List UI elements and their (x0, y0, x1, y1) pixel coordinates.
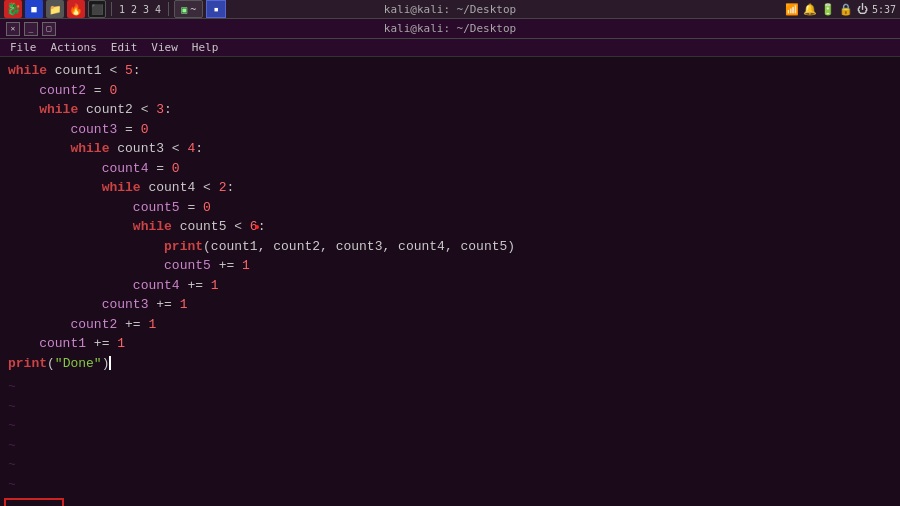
menu-edit[interactable]: Edit (105, 39, 144, 56)
tilde-line-3: ~ (8, 436, 892, 456)
minimize-button[interactable]: _ (24, 22, 38, 36)
menu-actions[interactable]: Actions (45, 39, 103, 56)
maximize-button[interactable]: □ (42, 22, 56, 36)
active-window-button[interactable]: ▣ ~ (174, 0, 203, 18)
editor: while count1 < 5: count2 = 0 while count… (0, 57, 900, 506)
menu-help[interactable]: Help (186, 39, 225, 56)
menubar: File Actions Edit View Help (0, 39, 900, 57)
text-cursor (109, 356, 111, 370)
battery-icon: 🔋 (821, 3, 835, 16)
code-line-3: count3 = 0 (8, 120, 892, 140)
volume-icon: 🔔 (803, 3, 817, 16)
taskbar-right: 📶 🔔 🔋 🔒 ⏻ 5:37 (785, 3, 896, 16)
code-line-2: while count2 < 3: (8, 100, 892, 120)
lock-icon: 🔒 (839, 3, 853, 16)
code-line-5: count4 = 0 (8, 159, 892, 179)
command-bar (0, 494, 900, 506)
taskbar-terminal[interactable]: ⬛ (88, 0, 106, 18)
code-line-1: count2 = 0 (8, 81, 892, 101)
command-input[interactable] (4, 498, 64, 506)
taskbar-left: 🐉 ■ 📁 🔥 ⬛ 1 2 3 4 ▣ ~ ▪ (4, 0, 226, 18)
tilde-line-0: ~ (8, 377, 892, 397)
code-line-9: print(count1, count2, count3, count4, co… (8, 237, 892, 257)
window-titlebar: ✕ _ □ kali@kali: ~/Desktop (0, 19, 900, 39)
red-dot (255, 225, 259, 229)
taskbar-separator (111, 2, 112, 16)
window-title: kali@kali: ~/Desktop (384, 22, 516, 35)
code-line-13: count2 += 1 (8, 315, 892, 335)
taskbar-folder[interactable]: 📁 (46, 0, 64, 18)
code-editor[interactable]: while count1 < 5: count2 = 0 while count… (0, 57, 900, 377)
network-icon: 📶 (785, 3, 799, 16)
code-line-11: count4 += 1 (8, 276, 892, 296)
taskbar-separator2 (168, 2, 169, 16)
menu-file[interactable]: File (4, 39, 43, 56)
workspaces: 1 2 3 4 (117, 4, 163, 15)
tilde-line-1: ~ (8, 397, 892, 417)
active-window-icon: ▣ (181, 4, 187, 15)
taskbar-browser[interactable]: 🔥 (67, 0, 85, 18)
taskbar-blue-window[interactable]: ▪ (206, 0, 226, 18)
active-window-label: ~ (190, 4, 196, 15)
taskbar-title: kali@kali: ~/Desktop (384, 3, 516, 16)
workspace-2[interactable]: 2 (129, 4, 139, 15)
kali-icon[interactable]: 🐉 (4, 0, 22, 18)
terminal-window: ✕ _ □ kali@kali: ~/Desktop File Actions … (0, 19, 900, 506)
blue-window-icon: ▪ (213, 4, 218, 14)
power-icon: ⏻ (857, 3, 868, 16)
taskbar: 🐉 ■ 📁 🔥 ⬛ 1 2 3 4 ▣ ~ ▪ kali@kali: ~/Des… (0, 0, 900, 19)
window-controls: ✕ _ □ (6, 22, 56, 36)
tilde-line-4: ~ (8, 455, 892, 475)
code-line-12: count3 += 1 (8, 295, 892, 315)
menu-view[interactable]: View (145, 39, 184, 56)
code-line-10: count5 += 1 (8, 256, 892, 276)
code-line-6: while count4 < 2: (8, 178, 892, 198)
code-line-0: while count1 < 5: (8, 61, 892, 81)
tilde-line-2: ~ (8, 416, 892, 436)
close-button[interactable]: ✕ (6, 22, 20, 36)
code-line-14: count1 += 1 (8, 334, 892, 354)
clock: 5:37 (872, 4, 896, 15)
taskbar-app-1[interactable]: ■ (25, 0, 43, 18)
workspace-4[interactable]: 4 (153, 4, 163, 15)
code-line-15: print("Done") (8, 354, 892, 374)
code-line-7: count5 = 0 (8, 198, 892, 218)
workspace-3[interactable]: 3 (141, 4, 151, 15)
tilde-area: ~~~~~~ (0, 377, 900, 494)
code-line-4: while count3 < 4: (8, 139, 892, 159)
tilde-line-5: ~ (8, 475, 892, 495)
code-line-8: while count5 < 6: (8, 217, 892, 237)
workspace-1[interactable]: 1 (117, 4, 127, 15)
